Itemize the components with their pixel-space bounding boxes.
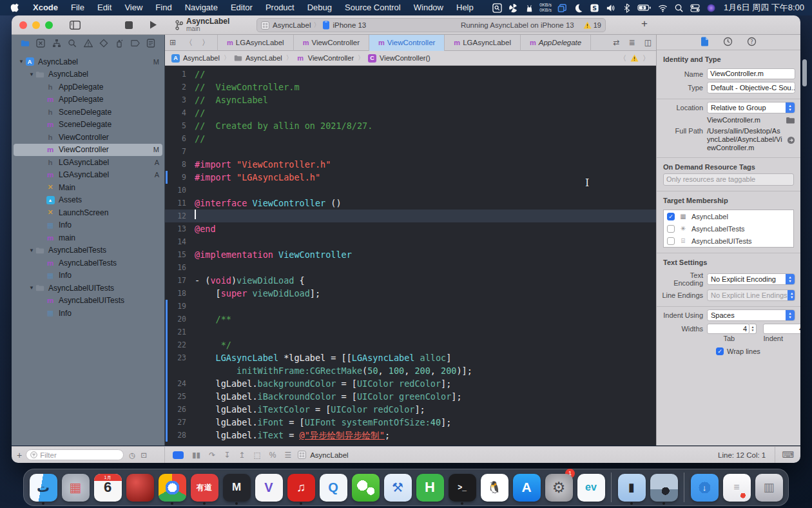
code-line-9[interactable]: 9#import "LGAsyncLabel.h" — [165, 171, 656, 184]
dock-app-qq-browser[interactable]: Q — [319, 471, 347, 504]
menu-item-view[interactable]: View — [118, 0, 149, 15]
running-app-indicator[interactable]: AsyncLabel — [298, 451, 348, 459]
tree-item-info[interactable]: ▦Info — [12, 307, 164, 320]
code-line-18[interactable]: 18 [super viewDidLoad]; — [165, 287, 656, 300]
breadcrumb-item-asynclabel[interactable]: AAsyncLabel — [171, 54, 220, 63]
spotlight-icon[interactable] — [673, 2, 684, 14]
zoom-window-button[interactable] — [45, 21, 53, 29]
tab-overview-icon[interactable]: ⊞ — [165, 38, 180, 47]
dock-app-chrome[interactable] — [158, 471, 186, 504]
back-icon[interactable]: 〈 — [180, 37, 197, 48]
history-inspector-icon[interactable] — [723, 37, 733, 48]
next-issue-icon[interactable]: 〉 — [643, 54, 650, 63]
add-tab-button[interactable]: + — [637, 17, 652, 30]
indent-width-field[interactable]: 4 — [763, 324, 800, 334]
dock-app-simulator-xcode[interactable]: ▮ — [617, 471, 646, 504]
code-line-5[interactable]: 5// Created by allin on 2021/8/27. — [165, 119, 656, 132]
code-line-3[interactable]: 3// AsyncLabel — [165, 93, 656, 106]
dock-app-app-store[interactable]: A — [512, 471, 541, 504]
dock-app-marginnote[interactable]: V — [255, 471, 283, 504]
target-row-asynclabeltests[interactable]: ✳AsyncLabelTests — [664, 222, 793, 235]
find-navigator-icon[interactable] — [66, 37, 78, 49]
moon-icon[interactable] — [572, 2, 584, 14]
dock-app-netease-music[interactable]: ♫ — [287, 471, 315, 504]
menu-item-edit[interactable]: Edit — [91, 0, 118, 15]
source-control-filter-icon[interactable]: ⊡ — [140, 451, 147, 460]
tree-item-lgasynclabel[interactable]: mLGAsyncLabelA — [12, 169, 164, 182]
line-endings-dropdown[interactable]: No Explicit Line Endings▲▼ — [707, 289, 795, 301]
folder-locate-icon[interactable] — [786, 117, 795, 124]
file-inspector-icon[interactable] — [701, 37, 709, 48]
code-line-27[interactable]: 27 lgLabel.iFont = [UIFont systemFontOfS… — [165, 416, 656, 429]
code-line-11[interactable]: 11@interface ViewController () — [165, 197, 656, 210]
issue-navigator-icon[interactable] — [82, 37, 94, 49]
code-line-23[interactable]: 23 LGAsyncLabel *lgLabel = [[LGAsyncLabe… — [165, 351, 656, 364]
breadcrumb-item-viewcontroller[interactable]: CViewController() — [368, 54, 430, 63]
code-line-20[interactable]: 20 /** — [165, 313, 656, 326]
target-checkbox[interactable] — [667, 237, 675, 245]
test-navigator-icon[interactable] — [98, 37, 110, 49]
windows-stack-icon[interactable] — [556, 2, 568, 14]
open-path-arrow-icon[interactable] — [787, 136, 795, 144]
tree-item-asynclabeluitests[interactable]: ▼AsyncLabelUITests — [12, 282, 164, 295]
tree-item-asynclabel[interactable]: ▼AAsyncLabelM — [12, 55, 164, 68]
tree-item-lgasynclabel[interactable]: hLGAsyncLabelA — [12, 156, 164, 169]
code-line-13[interactable]: 13@end — [165, 222, 656, 235]
target-row-asynclabel[interactable]: ✓▦AsyncLabel — [664, 210, 793, 222]
tree-item-viewcontroller[interactable]: hViewController — [12, 131, 164, 144]
code-line-15[interactable]: 15@implementation ViewController — [165, 248, 656, 261]
volume-icon[interactable] — [604, 2, 616, 14]
editor-tab-appdelegate[interactable]: mAppDelegate — [520, 35, 591, 51]
tree-item-scenedelegate[interactable]: mSceneDelegate — [12, 119, 164, 132]
text-encoding-dropdown[interactable]: No Explicit Encoding▲▼ — [707, 273, 795, 285]
breakpoint-navigator-icon[interactable] — [130, 37, 141, 49]
prev-issue-icon[interactable]: 〈 — [619, 54, 626, 63]
dock-app-simulator-photo[interactable] — [650, 471, 678, 504]
dock-app-apple-photo[interactable] — [126, 471, 154, 504]
disclosure-chevron[interactable]: ▼ — [28, 248, 35, 253]
target-checkbox[interactable] — [667, 225, 675, 233]
forward-icon[interactable]: 〉 — [197, 37, 217, 48]
tree-item-info[interactable]: ▦Info — [12, 269, 164, 282]
dock-app-hbuilder[interactable]: H — [416, 471, 444, 504]
report-navigator-icon[interactable] — [145, 37, 157, 49]
fan-icon[interactable] — [507, 2, 519, 14]
odr-tags-field[interactable]: Only resources are taggable — [663, 173, 794, 186]
dock-app-launchpad[interactable]: ▦ — [61, 471, 90, 504]
dock-app-youdao[interactable]: 有道 — [190, 471, 218, 504]
tree-item-scenedelegate[interactable]: hSceneDelegate — [12, 106, 164, 119]
code-line-8[interactable]: 8#import "ViewController.h" — [165, 158, 656, 171]
code-line-26[interactable]: 26 lgLabel.iTextColor = [UIColor redColo… — [165, 403, 656, 416]
code-line-22[interactable]: 22 */ — [165, 338, 656, 351]
assistant-icon[interactable] — [705, 2, 717, 14]
dock-app-downloads[interactable]: ↓ — [690, 471, 719, 504]
cat-app-icon[interactable] — [523, 2, 535, 14]
code-line-28[interactable]: 28 lgLabel.iText = @"异步绘制异步绘制"; — [165, 429, 656, 442]
target-row-asynclabeluitests[interactable]: ⌸AsyncLabelUITests — [664, 235, 793, 247]
code-line-12[interactable]: 12 — [165, 210, 656, 222]
scheme-device-name[interactable]: iPhone 13 — [333, 21, 366, 29]
step-into-icon[interactable]: ↧ — [224, 451, 230, 460]
tab-width-stepper[interactable]: ▲▼ — [749, 324, 757, 334]
bluetooth-icon[interactable] — [621, 2, 632, 14]
navigator-toggle-icon[interactable] — [67, 18, 82, 32]
menu-item-xcode[interactable]: Xcode — [26, 0, 64, 15]
scrollbar-thumb[interactable] — [802, 59, 807, 86]
s-app-icon[interactable]: S — [588, 2, 600, 14]
menu-item-help[interactable]: Help — [450, 0, 480, 15]
code-line-14[interactable]: 14 — [165, 235, 656, 248]
breadcrumb-item-asynclabel[interactable]: AsyncLabel — [234, 54, 282, 63]
tree-item-appdelegate[interactable]: hAppDelegate — [12, 81, 164, 93]
menu-item-window[interactable]: Window — [407, 0, 450, 15]
code-line-24[interactable]: 24 lgLabel.backgroundColor = [UIColor re… — [165, 377, 656, 390]
editor-tab-viewcontroller[interactable]: mViewController — [369, 35, 444, 51]
editor-tab-viewcontroller[interactable]: mViewController — [293, 35, 369, 51]
search-window-icon[interactable] — [491, 2, 503, 14]
recent-files-icon[interactable]: ◷ — [129, 451, 135, 460]
editor-tab-lgasynclabel[interactable]: mLGAsyncLabel — [444, 35, 520, 51]
step-over-icon[interactable]: ↷ — [209, 451, 215, 460]
issue-warning-icon[interactable] — [630, 54, 639, 62]
run-button[interactable] — [146, 18, 161, 32]
code-line-4[interactable]: 4// — [165, 106, 656, 119]
code-line-19[interactable]: 19 — [165, 300, 656, 313]
